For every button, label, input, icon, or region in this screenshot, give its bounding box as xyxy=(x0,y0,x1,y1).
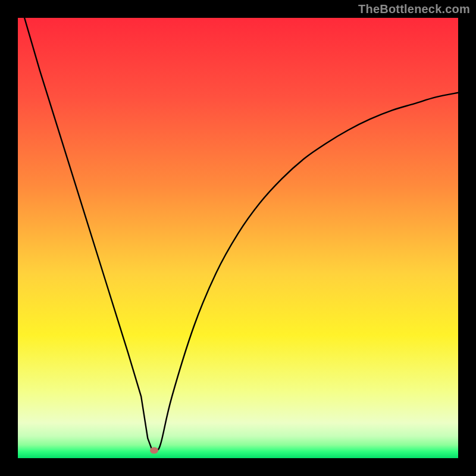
background-gradient xyxy=(18,18,458,458)
plot-area xyxy=(18,18,458,458)
watermark-text: TheBottleneck.com xyxy=(358,2,470,16)
optimal-point-marker xyxy=(150,447,158,453)
chart-frame: TheBottleneck.com xyxy=(0,0,476,476)
svg-rect-0 xyxy=(18,18,458,458)
